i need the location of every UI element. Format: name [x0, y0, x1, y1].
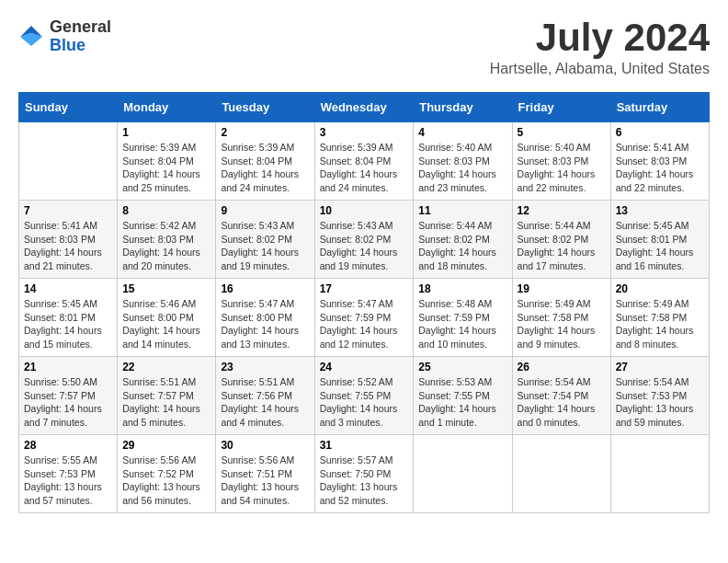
day-number: 27	[616, 361, 704, 373]
day-number: 10	[320, 204, 409, 217]
day-number: 15	[122, 282, 210, 295]
week-row-1: 1Sunrise: 5:39 AM Sunset: 8:04 PM Daylig…	[19, 122, 710, 201]
day-info: Sunrise: 5:51 AM Sunset: 7:56 PM Dayligh…	[221, 375, 309, 430]
day-info: Sunrise: 5:41 AM Sunset: 8:03 PM Dayligh…	[616, 141, 704, 195]
day-info: Sunrise: 5:43 AM Sunset: 8:02 PM Dayligh…	[221, 219, 309, 273]
day-number: 4	[418, 126, 506, 139]
day-number: 29	[122, 439, 210, 452]
calendar-cell: 2Sunrise: 5:39 AM Sunset: 8:04 PM Daylig…	[216, 122, 314, 201]
day-info: Sunrise: 5:46 AM Sunset: 8:00 PM Dayligh…	[122, 297, 210, 351]
day-number: 28	[24, 439, 112, 452]
day-number: 7	[24, 204, 112, 217]
day-info: Sunrise: 5:41 AM Sunset: 8:03 PM Dayligh…	[24, 219, 112, 273]
calendar-cell: 3Sunrise: 5:39 AM Sunset: 8:04 PM Daylig…	[314, 122, 414, 201]
week-row-5: 28Sunrise: 5:55 AM Sunset: 7:53 PM Dayli…	[19, 435, 710, 513]
calendar-cell: 22Sunrise: 5:51 AM Sunset: 7:57 PM Dayli…	[118, 357, 216, 435]
day-info: Sunrise: 5:40 AM Sunset: 8:03 PM Dayligh…	[418, 141, 506, 195]
day-number: 25	[418, 361, 506, 373]
week-row-2: 7Sunrise: 5:41 AM Sunset: 8:03 PM Daylig…	[19, 201, 710, 279]
calendar-cell: 17Sunrise: 5:47 AM Sunset: 7:59 PM Dayli…	[314, 279, 414, 357]
day-number: 19	[518, 282, 606, 295]
calendar-cell: 18Sunrise: 5:48 AM Sunset: 7:59 PM Dayli…	[414, 279, 512, 357]
day-info: Sunrise: 5:44 AM Sunset: 8:02 PM Dayligh…	[418, 219, 506, 273]
day-info: Sunrise: 5:39 AM Sunset: 8:04 PM Dayligh…	[320, 141, 409, 195]
day-info: Sunrise: 5:49 AM Sunset: 7:58 PM Dayligh…	[518, 297, 606, 351]
day-number: 18	[418, 282, 506, 295]
calendar-cell: 24Sunrise: 5:52 AM Sunset: 7:55 PM Dayli…	[314, 357, 414, 435]
calendar-table: SundayMondayTuesdayWednesdayThursdayFrid…	[18, 92, 710, 513]
header-day-tuesday: Tuesday	[216, 93, 314, 122]
day-number: 12	[518, 204, 606, 217]
header-day-friday: Friday	[512, 93, 610, 122]
calendar-cell: 20Sunrise: 5:49 AM Sunset: 7:58 PM Dayli…	[610, 279, 709, 357]
day-info: Sunrise: 5:42 AM Sunset: 8:03 PM Dayligh…	[122, 219, 210, 273]
day-info: Sunrise: 5:52 AM Sunset: 7:55 PM Dayligh…	[320, 375, 409, 430]
day-info: Sunrise: 5:40 AM Sunset: 8:03 PM Dayligh…	[518, 141, 606, 195]
calendar-cell: 25Sunrise: 5:53 AM Sunset: 7:55 PM Dayli…	[414, 357, 512, 435]
day-info: Sunrise: 5:57 AM Sunset: 7:50 PM Dayligh…	[320, 454, 409, 508]
day-info: Sunrise: 5:48 AM Sunset: 7:59 PM Dayligh…	[418, 297, 506, 351]
day-info: Sunrise: 5:49 AM Sunset: 7:58 PM Dayligh…	[616, 297, 704, 351]
calendar-cell: 1Sunrise: 5:39 AM Sunset: 8:04 PM Daylig…	[118, 122, 216, 201]
day-info: Sunrise: 5:54 AM Sunset: 7:53 PM Dayligh…	[616, 375, 704, 430]
calendar-cell	[512, 435, 610, 513]
header-day-saturday: Saturday	[610, 93, 709, 122]
day-number: 11	[418, 204, 506, 217]
day-info: Sunrise: 5:39 AM Sunset: 8:04 PM Dayligh…	[122, 141, 210, 195]
header-day-monday: Monday	[118, 93, 216, 122]
day-number: 5	[518, 126, 606, 139]
week-row-4: 21Sunrise: 5:50 AM Sunset: 7:57 PM Dayli…	[19, 357, 710, 435]
day-number: 24	[320, 361, 409, 373]
logo-general: General	[50, 18, 111, 37]
header-day-thursday: Thursday	[414, 93, 512, 122]
logo: General Blue	[18, 18, 111, 55]
logo-blue: Blue	[50, 37, 111, 55]
calendar-cell: 31Sunrise: 5:57 AM Sunset: 7:50 PM Dayli…	[314, 435, 414, 513]
logo-text: General Blue	[50, 18, 111, 55]
calendar-cell: 19Sunrise: 5:49 AM Sunset: 7:58 PM Dayli…	[512, 279, 610, 357]
calendar-cell: 23Sunrise: 5:51 AM Sunset: 7:56 PM Dayli…	[216, 357, 314, 435]
day-number: 13	[616, 204, 704, 217]
title-section: July 2024 Hartselle, Alabama, United Sta…	[490, 18, 710, 77]
calendar-cell: 5Sunrise: 5:40 AM Sunset: 8:03 PM Daylig…	[512, 122, 610, 201]
day-number: 23	[221, 361, 309, 373]
calendar-cell: 15Sunrise: 5:46 AM Sunset: 8:00 PM Dayli…	[118, 279, 216, 357]
day-info: Sunrise: 5:50 AM Sunset: 7:57 PM Dayligh…	[24, 375, 112, 430]
day-number: 20	[616, 282, 704, 295]
day-info: Sunrise: 5:47 AM Sunset: 7:59 PM Dayligh…	[320, 297, 409, 351]
day-info: Sunrise: 5:51 AM Sunset: 7:57 PM Dayligh…	[122, 375, 210, 430]
day-info: Sunrise: 5:43 AM Sunset: 8:02 PM Dayligh…	[320, 219, 409, 273]
day-number: 31	[320, 439, 409, 452]
logo-icon	[18, 24, 44, 50]
day-info: Sunrise: 5:44 AM Sunset: 8:02 PM Dayligh…	[518, 219, 606, 273]
calendar-cell: 4Sunrise: 5:40 AM Sunset: 8:03 PM Daylig…	[414, 122, 512, 201]
day-info: Sunrise: 5:39 AM Sunset: 8:04 PM Dayligh…	[221, 141, 309, 195]
day-number: 21	[24, 361, 112, 373]
calendar-cell: 12Sunrise: 5:44 AM Sunset: 8:02 PM Dayli…	[512, 201, 610, 279]
day-info: Sunrise: 5:54 AM Sunset: 7:54 PM Dayligh…	[518, 375, 606, 430]
day-number: 17	[320, 282, 409, 295]
day-number: 3	[320, 126, 409, 139]
day-info: Sunrise: 5:47 AM Sunset: 8:00 PM Dayligh…	[221, 297, 309, 351]
calendar-cell: 14Sunrise: 5:45 AM Sunset: 8:01 PM Dayli…	[19, 279, 118, 357]
header-row: SundayMondayTuesdayWednesdayThursdayFrid…	[19, 93, 710, 122]
header-day-sunday: Sunday	[19, 93, 118, 122]
calendar-cell: 11Sunrise: 5:44 AM Sunset: 8:02 PM Dayli…	[414, 201, 512, 279]
week-row-3: 14Sunrise: 5:45 AM Sunset: 8:01 PM Dayli…	[19, 279, 710, 357]
day-info: Sunrise: 5:55 AM Sunset: 7:53 PM Dayligh…	[24, 454, 112, 508]
calendar-cell: 28Sunrise: 5:55 AM Sunset: 7:53 PM Dayli…	[19, 435, 118, 513]
calendar-cell: 21Sunrise: 5:50 AM Sunset: 7:57 PM Dayli…	[19, 357, 118, 435]
day-number: 14	[24, 282, 112, 295]
day-number: 30	[221, 439, 309, 452]
calendar-cell	[414, 435, 512, 513]
day-number: 26	[518, 361, 606, 373]
location-title: Hartselle, Alabama, United States	[490, 61, 710, 77]
day-info: Sunrise: 5:45 AM Sunset: 8:01 PM Dayligh…	[24, 297, 112, 351]
day-info: Sunrise: 5:45 AM Sunset: 8:01 PM Dayligh…	[616, 219, 704, 273]
day-info: Sunrise: 5:56 AM Sunset: 7:52 PM Dayligh…	[122, 454, 210, 508]
day-number: 16	[221, 282, 309, 295]
day-number: 2	[221, 126, 309, 139]
calendar-cell: 7Sunrise: 5:41 AM Sunset: 8:03 PM Daylig…	[19, 201, 118, 279]
calendar-cell: 16Sunrise: 5:47 AM Sunset: 8:00 PM Dayli…	[216, 279, 314, 357]
calendar-cell: 13Sunrise: 5:45 AM Sunset: 8:01 PM Dayli…	[610, 201, 709, 279]
